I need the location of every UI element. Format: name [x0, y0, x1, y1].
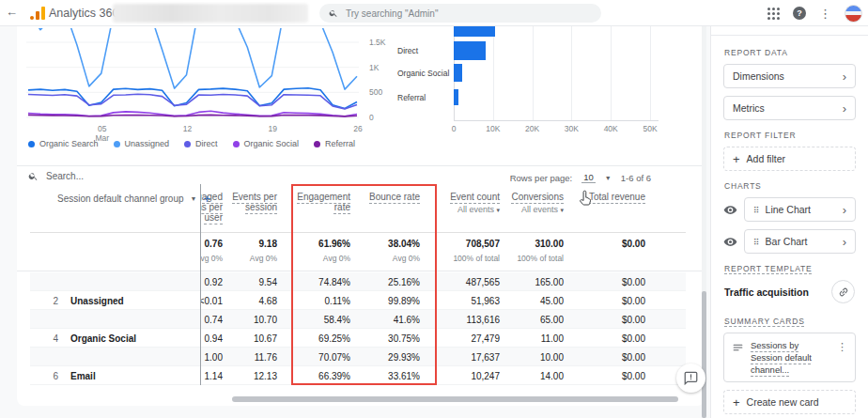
totals-sub-label: Avg 0%	[250, 254, 277, 263]
line-series-unassigned	[28, 28, 357, 89]
bar-gridline	[650, 26, 651, 120]
vertical-scrollbar[interactable]	[702, 26, 706, 418]
legend-dot-icon	[314, 141, 320, 147]
help-icon[interactable]: ?	[793, 7, 806, 20]
bar-referral[interactable]	[454, 89, 458, 105]
bar-gridline	[571, 26, 572, 120]
divider	[17, 165, 705, 166]
dimension-header-label: Session default channel group	[57, 194, 184, 204]
y-axis-tick: 0	[369, 113, 394, 122]
hand-cursor-icon	[577, 190, 593, 211]
x-axis-tick: 19	[262, 124, 283, 133]
cell-value: 4.68	[259, 296, 277, 306]
google-apps-icon[interactable]	[767, 8, 780, 20]
horizontal-scrollbar[interactable]	[232, 396, 678, 402]
legend-item-unassigned[interactable]: Unassigned	[114, 139, 170, 148]
cell-value: 1.14	[205, 371, 223, 381]
bar-category-label: Referral	[397, 93, 452, 102]
cell-value: $0.00	[622, 296, 645, 306]
dimension-column-header[interactable]: Session default channel group ▼ +	[57, 194, 210, 204]
metrics-scroll-pane[interactable]: Engagedsessions peruserEvents persession…	[200, 184, 705, 385]
cell-value: 10.00	[540, 352, 564, 363]
visibility-eye-icon[interactable]	[723, 235, 737, 249]
cell-value: 0.94	[205, 333, 223, 344]
totals-sub-label: Avg 0%	[393, 254, 420, 263]
dimensions-button[interactable]: Dimensions ›	[723, 64, 856, 88]
drag-handle-icon[interactable]: ⠿	[753, 206, 760, 215]
rows-per-page-select[interactable]: 10	[581, 172, 596, 183]
cell-value: 10,247	[471, 371, 500, 381]
cell-value: 29.93%	[388, 352, 420, 363]
table-search-input[interactable]: Search...	[46, 171, 84, 181]
analytics-logo-icon[interactable]	[30, 7, 45, 20]
avatar[interactable]	[845, 5, 862, 23]
metrics-label: Metrics	[733, 102, 765, 114]
legend-label: Organic Social	[244, 139, 300, 148]
column-header-conversions[interactable]: ConversionsAll events ▾	[479, 192, 564, 215]
plus-icon: +	[733, 153, 740, 165]
unlink-template-button[interactable]	[831, 280, 855, 303]
cell-value: 17,637	[471, 352, 500, 363]
drag-handle-icon[interactable]: ⠿	[753, 238, 760, 247]
legend-item-referral[interactable]: Referral	[314, 139, 355, 148]
bar-x-axis-tick: 40K	[601, 124, 620, 133]
global-search-input[interactable]: Try searching "Admin"	[319, 4, 601, 23]
visibility-eye-icon[interactable]	[723, 203, 737, 217]
feedback-button[interactable]	[676, 364, 705, 393]
chevron-down-icon[interactable]: ▼	[605, 175, 612, 181]
cell-value: 41.6%	[394, 315, 420, 325]
x-axis-tick: 05Mar	[92, 124, 113, 143]
bar-chart-label: Bar Chart	[766, 236, 808, 247]
bar-direct[interactable]	[454, 41, 486, 60]
chevron-right-icon: ›	[843, 70, 846, 83]
column-resize-divider[interactable]	[200, 184, 201, 385]
line-chart-item[interactable]: ⠿Line Chart ›	[744, 197, 856, 222]
section-label-report-data: REPORT DATA	[724, 48, 855, 57]
cell-value: $0.00	[622, 333, 645, 344]
top-app-bar: ← Analytics 360 Try searching "Admin" ? …	[0, 0, 868, 26]
totals-value: 9.18	[259, 239, 277, 249]
metrics-button[interactable]: Metrics ›	[723, 96, 856, 120]
more-options-icon[interactable]: ⋮	[819, 7, 831, 21]
cell-value: 11.76	[255, 352, 277, 363]
line-series-referral	[28, 115, 357, 116]
legend-item-organic-social[interactable]: Organic Social	[233, 139, 300, 148]
bar-category-label: Direct	[397, 46, 452, 55]
totals-value: 38.04%	[388, 239, 420, 249]
add-filter-button[interactable]: + Add filter	[723, 147, 856, 171]
chevron-down-icon[interactable]: ▼	[191, 195, 197, 202]
summary-card-icon	[732, 342, 744, 354]
account-name-redacted[interactable]	[113, 4, 308, 23]
y-axis-tick: 1K	[369, 63, 394, 72]
cell-value: 45.00	[540, 296, 564, 306]
report-card: 010K20K30K40K50KDirectOrganic SocialRefe…	[17, 26, 705, 406]
bar-axis-baseline	[454, 120, 659, 121]
table-search-icon[interactable]	[28, 171, 39, 181]
bar-clipped[interactable]	[454, 26, 495, 37]
rows-per-page-label: Rows per page:	[510, 173, 573, 183]
totals-value: 708,507	[466, 239, 500, 249]
bar-chart-item[interactable]: ⠿Bar Chart ›	[744, 229, 856, 254]
cell-value: 11.00	[541, 333, 564, 344]
back-icon[interactable]: ←	[6, 5, 18, 19]
column-header-bounce-rate[interactable]: Bounce rate	[335, 192, 420, 202]
create-new-card-button[interactable]: + Create new card	[723, 390, 856, 414]
section-label-report-filter: REPORT FILTER	[724, 131, 855, 140]
summary-card-line2: Session default channel...	[751, 352, 812, 375]
bar-organic-social[interactable]	[454, 64, 462, 82]
line-chart-label: Line Chart	[766, 204, 811, 215]
summary-card-item[interactable]: Sessions by Session default channel... ⋮	[723, 333, 856, 382]
cell-value: 10.70	[254, 315, 277, 325]
scrollbar-thumb[interactable]	[702, 291, 706, 418]
legend-label: Direct	[195, 139, 218, 148]
cell-value: 0.92	[205, 277, 223, 287]
more-options-icon[interactable]: ⋮	[835, 339, 849, 355]
legend-item-direct[interactable]: Direct	[184, 139, 218, 148]
metric-filter-dropdown[interactable]: All events ▾	[479, 205, 564, 215]
legend-item-organic-search[interactable]: Organic Search	[28, 139, 99, 148]
product-name: Analytics 360	[49, 7, 118, 20]
column-header-total-revenue[interactable]: Total revenue	[561, 192, 645, 202]
bar-x-axis-tick: 30K	[562, 124, 581, 133]
bar-x-axis-tick: 0	[444, 124, 463, 133]
legend-label: Unassigned	[125, 139, 170, 148]
